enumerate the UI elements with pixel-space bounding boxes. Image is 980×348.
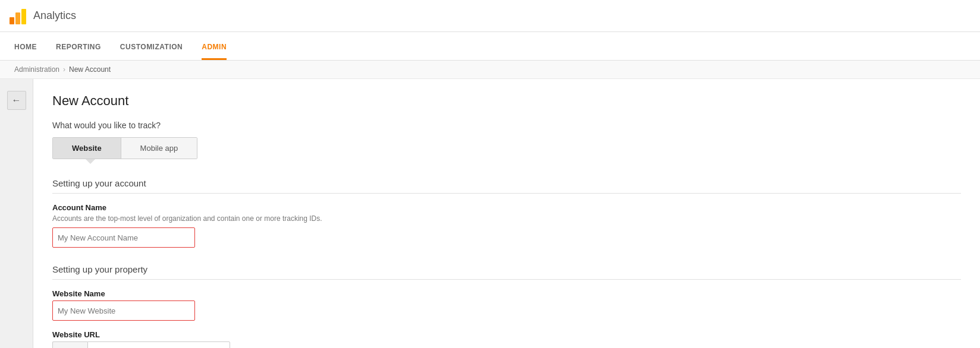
track-website-button[interactable]: Website xyxy=(53,138,121,159)
account-name-field-group: Account Name Accounts are the top-most l… xyxy=(52,203,961,248)
track-mobileapp-button[interactable]: Mobile app xyxy=(121,138,197,159)
website-url-field-group: Website URL http:// ▾ xyxy=(52,330,961,348)
account-name-input[interactable] xyxy=(52,227,195,248)
nav-admin[interactable]: ADMIN xyxy=(202,43,227,60)
website-name-field-group: Website Name xyxy=(52,289,961,321)
property-section-title: Setting up your property xyxy=(52,264,961,280)
breadcrumb-current: New Account xyxy=(69,65,111,74)
main-layout: ← New Account What would you like to tra… xyxy=(0,79,980,348)
website-name-input[interactable] xyxy=(52,300,195,321)
breadcrumb-separator: › xyxy=(63,65,65,74)
website-url-label: Website URL xyxy=(52,330,961,339)
account-section-title: Setting up your account xyxy=(52,178,961,194)
url-field-group: http:// ▾ xyxy=(52,341,961,348)
track-pointer xyxy=(86,159,95,164)
property-section: Setting up your property Website Name We… xyxy=(52,264,961,348)
breadcrumb-parent[interactable]: Administration xyxy=(14,65,59,74)
account-name-desc: Accounts are the top-most level of organ… xyxy=(52,214,961,223)
page-title: New Account xyxy=(52,93,961,109)
nav-customization[interactable]: CUSTOMIZATION xyxy=(120,43,183,60)
nav-bar: HOME REPORTING CUSTOMIZATION ADMIN xyxy=(0,32,980,61)
svg-rect-1 xyxy=(15,12,20,24)
url-protocol-selector[interactable]: http:// ▾ xyxy=(52,341,87,348)
website-url-input[interactable] xyxy=(87,341,230,348)
track-section: What would you like to track? Website Mo… xyxy=(52,121,961,164)
app-title: Analytics xyxy=(33,10,76,22)
content-area: New Account What would you like to track… xyxy=(33,79,980,348)
back-icon: ← xyxy=(12,95,21,106)
nav-reporting[interactable]: REPORTING xyxy=(56,43,101,60)
analytics-logo xyxy=(10,8,26,24)
nav-home[interactable]: HOME xyxy=(14,43,37,60)
website-name-label: Website Name xyxy=(52,289,961,298)
svg-rect-0 xyxy=(10,17,14,24)
app-header: Analytics xyxy=(0,0,980,32)
svg-rect-2 xyxy=(21,9,26,24)
account-section: Setting up your account Account Name Acc… xyxy=(52,178,961,248)
account-name-label: Account Name xyxy=(52,203,961,212)
sidebar-back-button[interactable]: ← xyxy=(7,91,26,110)
breadcrumb: Administration › New Account xyxy=(0,61,980,79)
track-buttons-group: Website Mobile app xyxy=(52,137,197,159)
sidebar: ← xyxy=(0,79,33,348)
track-label: What would you like to track? xyxy=(52,121,961,130)
